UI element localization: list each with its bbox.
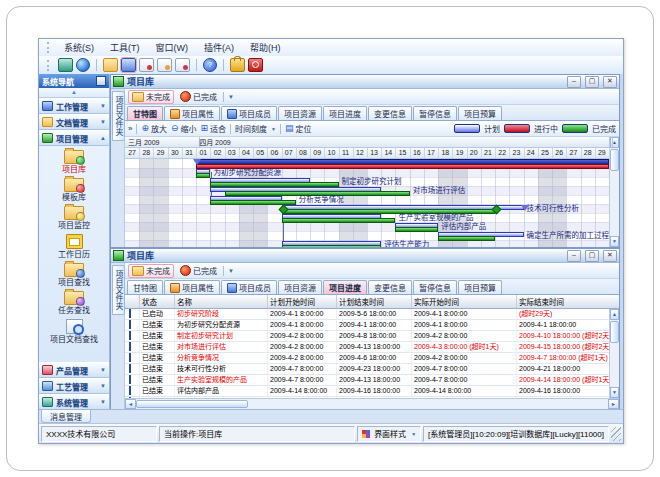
sidebar-item-项目监控[interactable]: 项目监控 [42, 204, 106, 231]
help-icon[interactable]: ? [203, 58, 217, 72]
column-header-实际开始时间[interactable]: 实际开始时间 [412, 295, 517, 308]
report-edit-icon[interactable] [157, 58, 172, 72]
column-header-计划开始时间[interactable]: 计划开始时间 [268, 295, 337, 308]
tab-变更信息[interactable]: 变更信息 [368, 106, 412, 120]
maximize-button[interactable] [585, 76, 599, 88]
sidebar-group-文档管理[interactable]: 文档管理 [39, 114, 109, 130]
scroll-thumb[interactable] [610, 149, 619, 171]
sidebar-item-模板库[interactable]: 模板库 [42, 176, 106, 203]
zoom-out-button[interactable]: ⊖缩小 [171, 123, 197, 134]
tab-项目成员[interactable]: 项目成员 [221, 280, 277, 294]
side-tab-project-folder[interactable]: 项目文件夹 [112, 91, 125, 141]
tab-message-management[interactable]: 消息管理 [41, 410, 91, 423]
scroll-down-button[interactable]: ▼ [610, 387, 619, 398]
exit-icon[interactable] [248, 58, 263, 72]
filter-more-icon[interactable] [226, 268, 236, 274]
sidebar-collapse-strip[interactable]: ▲ [39, 88, 109, 98]
sidebar-item-任务查找[interactable]: 任务查找 [42, 289, 106, 316]
tab-项目资源[interactable]: 项目资源 [278, 280, 322, 294]
tab-项目成员[interactable]: 项目成员 [221, 106, 277, 120]
sidebar-group-项目管理[interactable]: 项目管理 [39, 130, 109, 146]
table-row[interactable]: 已结束制定初步研究计划2009-4-2 8:00:002009-4-8 18:0… [125, 331, 609, 342]
sidebar-item-项目查找[interactable]: 项目查找 [42, 261, 106, 288]
sidebar-group-系统管理[interactable]: 系统管理 [39, 394, 109, 410]
gantt-bar-actual[interactable] [438, 236, 495, 241]
minimize-button[interactable] [567, 250, 581, 262]
sidebar-group-产品管理[interactable]: 产品管理 [39, 362, 109, 378]
side-tab-project-folder[interactable]: 项目文件夹 [112, 265, 125, 315]
save-icon[interactable] [121, 58, 136, 72]
report-new-icon[interactable] [139, 58, 154, 72]
scroll-left-button[interactable]: ◄ [125, 399, 136, 409]
filter-已完成[interactable]: 已完成 [176, 90, 221, 104]
locate-button[interactable]: ▤定位 [285, 123, 312, 134]
close-button[interactable] [603, 76, 617, 88]
zoom-in-button[interactable]: ⊕放大 [141, 123, 167, 134]
column-header-名称[interactable]: 名称 [175, 295, 268, 308]
tab-项目进度[interactable]: 项目进度 [323, 106, 367, 120]
tab-项目属性[interactable]: 项目属性 [164, 280, 220, 294]
time-scale-button[interactable]: 时间刻度 [235, 123, 276, 134]
resize-grip[interactable] [611, 427, 621, 441]
table-row[interactable]: 已结束对市场进行评估2009-4-2 8:00:002009-4-13 18:0… [125, 342, 609, 353]
filter-已完成[interactable]: 已完成 [176, 264, 221, 278]
column-header-计划结束时间[interactable]: 计划结束时间 [337, 295, 412, 308]
tab-变更信息[interactable]: 变更信息 [368, 280, 412, 294]
scroll-up-button[interactable]: ▲ [610, 309, 619, 320]
menu-item[interactable]: 帮助(H) [243, 40, 288, 55]
table-row[interactable]: 已结束为初步研究分配资源2009-4-1 8:00:002009-4-1 18:… [125, 320, 609, 331]
menu-item[interactable]: 工具(T) [103, 40, 147, 55]
report-del-icon[interactable] [175, 58, 190, 72]
tab-项目预算[interactable]: 项目预算 [458, 106, 502, 120]
filter-未完成[interactable]: 未完成 [128, 264, 174, 278]
sidebar-item-项目库[interactable]: 项目库 [42, 148, 106, 175]
scroll-down-button[interactable]: ▼ [610, 236, 619, 247]
sidebar-header-icon[interactable] [96, 76, 106, 86]
gantt-bar-actual[interactable] [282, 245, 382, 247]
column-header-实际结束时间[interactable]: 实际结束时间 [517, 295, 619, 308]
close-button[interactable] [603, 250, 617, 262]
workstation-icon[interactable] [58, 58, 73, 72]
interface-style-button[interactable]: 界面样式 [357, 426, 421, 442]
tab-暂停信息[interactable]: 暂停信息 [413, 280, 457, 294]
column-header-icon[interactable] [125, 295, 140, 308]
table-row[interactable]: 已结束技术可行性分析2009-4-7 8:00:002009-4-23 18:0… [125, 364, 609, 375]
folder-icon[interactable] [103, 58, 118, 72]
tab-甘特图[interactable]: 甘特图 [127, 280, 163, 294]
sidebar-item-项目文档查找[interactable]: 项目文档查找 [42, 317, 106, 345]
globe-icon[interactable] [76, 58, 90, 72]
scroll-thumb[interactable] [610, 321, 619, 343]
scroll-track[interactable] [610, 172, 619, 236]
gantt-bar-actual[interactable] [196, 173, 210, 178]
fit-button[interactable]: ⊞适合 [201, 123, 227, 134]
tab-项目属性[interactable]: 项目属性 [164, 106, 220, 120]
scroll-thumb[interactable] [136, 400, 248, 408]
tab-项目进度[interactable]: 项目进度 [323, 280, 367, 294]
sidebar-item-工作日历[interactable]: 工作日历 [42, 232, 106, 260]
gantt-bar-actual[interactable] [282, 218, 396, 223]
column-header-状态[interactable]: 状态 [140, 295, 175, 308]
tab-暂停信息[interactable]: 暂停信息 [413, 106, 457, 120]
minimize-button[interactable] [567, 76, 581, 88]
table-row[interactable]: 已结束生产实验室规模的产品2009-4-7 8:00:002009-4-13 1… [125, 375, 609, 386]
menu-item[interactable]: 插件(A) [197, 40, 241, 55]
table-row[interactable]: 已结束分析竞争情况2009-4-2 8:00:002009-4-6 18:00:… [125, 353, 609, 364]
menu-item[interactable]: 窗口(W) [149, 40, 196, 55]
sidebar-group-工作管理[interactable]: 工作管理 [39, 98, 109, 114]
scroll-track[interactable] [248, 399, 608, 409]
menu-item[interactable]: 系统(S) [57, 40, 101, 55]
filter-未完成[interactable]: 未完成 [128, 90, 174, 104]
sidebar-group-工艺管理[interactable]: 工艺管理 [39, 378, 109, 394]
scroll-track[interactable] [610, 344, 619, 387]
gantt-bar-actual[interactable] [395, 227, 438, 232]
lock-icon[interactable] [230, 58, 245, 72]
table-row[interactable]: 已启动初步研究阶段2009-4-1 8:00:002009-5-6 18:00:… [125, 309, 609, 320]
filter-more-icon[interactable] [226, 94, 236, 100]
tab-项目资源[interactable]: 项目资源 [278, 106, 322, 120]
gantt-more-button[interactable]: » [128, 124, 132, 133]
maximize-button[interactable] [585, 250, 599, 262]
table-row[interactable]: 已结束评估内部产品2009-4-14 8:00:002009-4-16 18:0… [125, 386, 609, 397]
scroll-right-button[interactable]: ► [608, 399, 619, 409]
tab-甘特图[interactable]: 甘特图 [127, 106, 163, 120]
tab-项目预算[interactable]: 项目预算 [458, 280, 502, 294]
